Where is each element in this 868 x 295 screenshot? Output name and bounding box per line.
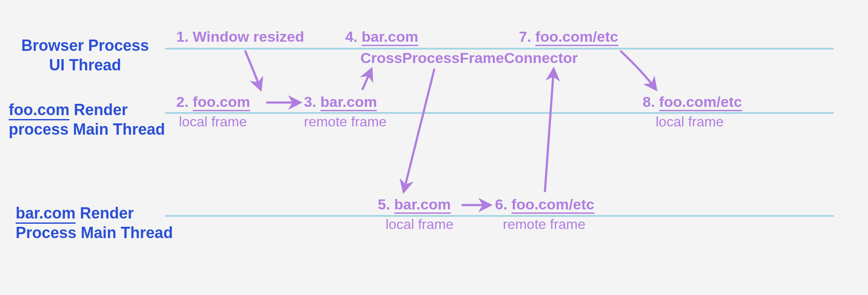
- node-5-link: bar.com: [394, 196, 451, 214]
- node-2-prefix: 2.: [176, 93, 193, 110]
- lane-label-bar: bar.com Render Process Main Thread: [16, 203, 173, 242]
- node-3: 3. bar.com: [304, 93, 377, 111]
- node-2: 2. foo.com: [176, 93, 250, 111]
- node-3-link: bar.com: [320, 93, 377, 111]
- cpfc-label: CrossProcessFrameConnector: [360, 50, 578, 66]
- lane-label-foo: foo.com Render process Main Thread: [9, 100, 165, 139]
- node-5-prefix: 5.: [378, 196, 394, 212]
- node-8: 8. foo.com/etc: [643, 93, 742, 111]
- node-2-sub: local frame: [179, 114, 247, 130]
- lane-foo-suffix: Render: [69, 101, 128, 119]
- lane-foo-link: foo.com: [9, 101, 69, 120]
- node-1-label: 1. Window resized: [176, 28, 304, 45]
- node-5-sub: local frame: [386, 216, 454, 232]
- node-4: 4. bar.com: [345, 28, 418, 46]
- arrow-1-2: [245, 51, 261, 89]
- arrow-4-5: [404, 70, 434, 191]
- lane-browser-line1: Browser Process: [21, 36, 149, 54]
- node-4-link: bar.com: [362, 28, 418, 46]
- node-7-prefix: 7.: [519, 28, 535, 45]
- node-8-link: foo.com/etc: [659, 93, 742, 111]
- node-8-sub: local frame: [656, 114, 724, 130]
- node-6-link: foo.com/etc: [512, 196, 594, 214]
- lane-line-foo: [165, 112, 834, 114]
- arrow-3-4: [363, 70, 371, 89]
- lane-line-bar: [165, 215, 834, 217]
- lane-bar-link: bar.com: [16, 204, 76, 224]
- lane-bar-suffix: Render: [76, 204, 134, 222]
- node-6-prefix: 6.: [495, 196, 512, 212]
- arrow-7-8: [621, 51, 656, 89]
- node-6: 6. foo.com/etc: [495, 196, 594, 213]
- node-1: 1. Window resized: [176, 28, 304, 46]
- lane-bar-line2: Process Main Thread: [16, 224, 173, 242]
- node-7-link: foo.com/etc: [535, 28, 618, 46]
- node-3-sub: remote frame: [304, 114, 386, 130]
- lane-foo-line2: process Main Thread: [9, 120, 165, 138]
- node-7: 7. foo.com/etc: [519, 28, 618, 46]
- node-4-prefix: 4.: [345, 28, 362, 45]
- node-3-prefix: 3.: [304, 93, 320, 110]
- node-2-link: foo.com: [193, 93, 250, 111]
- lane-label-browser: Browser Process UI Thread: [16, 36, 155, 75]
- arrow-6-7: [545, 70, 554, 191]
- node-6-sub: remote frame: [503, 216, 585, 232]
- node-5: 5. bar.com: [378, 196, 451, 213]
- lane-browser-line2: UI Thread: [49, 56, 121, 74]
- node-8-prefix: 8.: [643, 93, 659, 110]
